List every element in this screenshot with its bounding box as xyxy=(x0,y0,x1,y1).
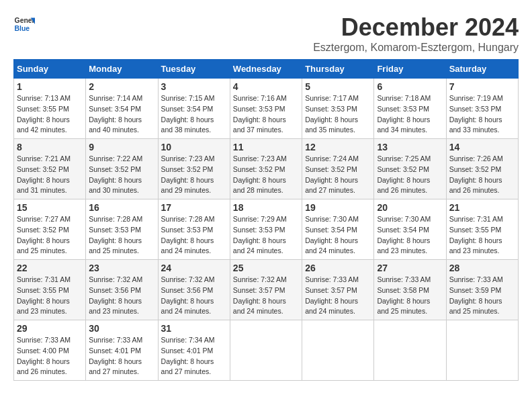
day-cell-6: 6 Sunrise: 7:18 AM Sunset: 3:53 PM Dayli… xyxy=(374,79,446,139)
day-info: Sunrise: 7:24 AM Sunset: 3:52 PM Dayligh… xyxy=(305,154,359,194)
day-cell-9: 9 Sunrise: 7:22 AM Sunset: 3:52 PM Dayli… xyxy=(86,139,158,199)
title-area: December 2024 Esztergom, Komarom-Eszterg… xyxy=(313,13,519,54)
day-number: 15 xyxy=(17,202,83,213)
day-number: 24 xyxy=(161,263,227,273)
day-cell-3: 3 Sunrise: 7:15 AM Sunset: 3:54 PM Dayli… xyxy=(158,79,230,139)
day-cell-27: 27 Sunrise: 7:33 AM Sunset: 3:58 PM Dayl… xyxy=(374,260,446,320)
day-cell-30: 30 Sunrise: 7:33 AM Sunset: 4:01 PM Dayl… xyxy=(86,320,158,381)
day-cell-23: 23 Sunrise: 7:32 AM Sunset: 3:56 PM Dayl… xyxy=(86,260,158,320)
day-info: Sunrise: 7:27 AM Sunset: 3:52 PM Dayligh… xyxy=(17,215,71,255)
empty-cell xyxy=(374,320,446,381)
day-number: 5 xyxy=(305,81,371,92)
day-number: 17 xyxy=(161,202,227,213)
weekday-monday: Monday xyxy=(86,60,158,79)
day-info: Sunrise: 7:25 AM Sunset: 3:52 PM Dayligh… xyxy=(377,154,431,194)
calendar-body: 1 Sunrise: 7:13 AM Sunset: 3:55 PM Dayli… xyxy=(14,79,519,381)
day-number: 6 xyxy=(377,81,443,92)
day-number: 25 xyxy=(233,263,299,273)
day-number: 3 xyxy=(161,81,227,92)
day-cell-2: 2 Sunrise: 7:14 AM Sunset: 3:54 PM Dayli… xyxy=(86,79,158,139)
day-number: 20 xyxy=(377,202,443,213)
calendar-week-3: 15 Sunrise: 7:27 AM Sunset: 3:52 PM Dayl… xyxy=(14,199,519,260)
day-number: 9 xyxy=(89,142,154,152)
day-number: 11 xyxy=(233,142,299,152)
weekday-sunday: Sunday xyxy=(14,60,86,79)
day-info: Sunrise: 7:17 AM Sunset: 3:53 PM Dayligh… xyxy=(305,94,359,134)
day-cell-10: 10 Sunrise: 7:23 AM Sunset: 3:52 PM Dayl… xyxy=(158,139,230,199)
day-info: Sunrise: 7:32 AM Sunset: 3:56 PM Dayligh… xyxy=(161,275,215,315)
day-cell-28: 28 Sunrise: 7:33 AM Sunset: 3:59 PM Dayl… xyxy=(446,260,518,320)
day-number: 14 xyxy=(449,142,515,152)
day-cell-11: 11 Sunrise: 7:23 AM Sunset: 3:52 PM Dayl… xyxy=(230,139,302,199)
day-info: Sunrise: 7:28 AM Sunset: 3:53 PM Dayligh… xyxy=(161,215,215,255)
day-number: 13 xyxy=(377,142,443,152)
day-number: 7 xyxy=(449,81,515,92)
day-cell-22: 22 Sunrise: 7:31 AM Sunset: 3:55 PM Dayl… xyxy=(14,260,86,320)
day-number: 2 xyxy=(89,81,154,92)
calendar-week-5: 29 Sunrise: 7:33 AM Sunset: 4:00 PM Dayl… xyxy=(14,320,519,381)
day-info: Sunrise: 7:33 AM Sunset: 3:58 PM Dayligh… xyxy=(377,275,431,315)
day-info: Sunrise: 7:26 AM Sunset: 3:52 PM Dayligh… xyxy=(449,154,503,194)
weekday-saturday: Saturday xyxy=(446,60,518,79)
calendar-week-1: 1 Sunrise: 7:13 AM Sunset: 3:55 PM Dayli… xyxy=(14,79,519,139)
day-info: Sunrise: 7:14 AM Sunset: 3:54 PM Dayligh… xyxy=(89,94,142,134)
day-cell-29: 29 Sunrise: 7:33 AM Sunset: 4:00 PM Dayl… xyxy=(14,320,86,381)
day-info: Sunrise: 7:32 AM Sunset: 3:56 PM Dayligh… xyxy=(89,275,142,315)
day-cell-25: 25 Sunrise: 7:32 AM Sunset: 3:57 PM Dayl… xyxy=(230,260,302,320)
day-info: Sunrise: 7:23 AM Sunset: 3:52 PM Dayligh… xyxy=(161,154,215,194)
day-number: 28 xyxy=(449,263,515,273)
day-info: Sunrise: 7:13 AM Sunset: 3:55 PM Dayligh… xyxy=(17,94,71,134)
day-cell-18: 18 Sunrise: 7:29 AM Sunset: 3:53 PM Dayl… xyxy=(230,199,302,260)
day-info: Sunrise: 7:30 AM Sunset: 3:54 PM Dayligh… xyxy=(305,215,359,255)
day-number: 29 xyxy=(17,323,83,334)
calendar-table: SundayMondayTuesdayWednesdayThursdayFrid… xyxy=(13,59,519,381)
weekday-friday: Friday xyxy=(374,60,446,79)
day-cell-13: 13 Sunrise: 7:25 AM Sunset: 3:52 PM Dayl… xyxy=(374,139,446,199)
day-number: 1 xyxy=(17,81,83,92)
day-number: 22 xyxy=(17,263,83,273)
day-cell-31: 31 Sunrise: 7:34 AM Sunset: 4:01 PM Dayl… xyxy=(158,320,230,381)
day-info: Sunrise: 7:28 AM Sunset: 3:53 PM Dayligh… xyxy=(89,215,142,255)
weekday-header-row: SundayMondayTuesdayWednesdayThursdayFrid… xyxy=(14,60,519,79)
day-number: 18 xyxy=(233,202,299,213)
logo-icon: General Blue xyxy=(13,13,35,35)
day-info: Sunrise: 7:33 AM Sunset: 3:59 PM Dayligh… xyxy=(449,275,503,315)
day-cell-16: 16 Sunrise: 7:28 AM Sunset: 3:53 PM Dayl… xyxy=(86,199,158,260)
day-cell-17: 17 Sunrise: 7:28 AM Sunset: 3:53 PM Dayl… xyxy=(158,199,230,260)
day-info: Sunrise: 7:21 AM Sunset: 3:52 PM Dayligh… xyxy=(17,154,71,194)
day-cell-1: 1 Sunrise: 7:13 AM Sunset: 3:55 PM Dayli… xyxy=(14,79,86,139)
day-number: 8 xyxy=(17,142,83,152)
header: General Blue December 2024 Esztergom, Ko… xyxy=(13,13,519,54)
day-cell-20: 20 Sunrise: 7:30 AM Sunset: 3:54 PM Dayl… xyxy=(374,199,446,260)
day-cell-26: 26 Sunrise: 7:33 AM Sunset: 3:57 PM Dayl… xyxy=(302,260,374,320)
day-cell-24: 24 Sunrise: 7:32 AM Sunset: 3:56 PM Dayl… xyxy=(158,260,230,320)
day-info: Sunrise: 7:33 AM Sunset: 3:57 PM Dayligh… xyxy=(305,275,359,315)
day-info: Sunrise: 7:30 AM Sunset: 3:54 PM Dayligh… xyxy=(377,215,431,255)
logo: General Blue xyxy=(13,13,35,35)
day-number: 31 xyxy=(161,323,227,334)
day-cell-7: 7 Sunrise: 7:19 AM Sunset: 3:53 PM Dayli… xyxy=(446,79,518,139)
empty-cell xyxy=(230,320,302,381)
day-cell-14: 14 Sunrise: 7:26 AM Sunset: 3:52 PM Dayl… xyxy=(446,139,518,199)
day-cell-12: 12 Sunrise: 7:24 AM Sunset: 3:52 PM Dayl… xyxy=(302,139,374,199)
day-cell-21: 21 Sunrise: 7:31 AM Sunset: 3:55 PM Dayl… xyxy=(446,199,518,260)
calendar-week-2: 8 Sunrise: 7:21 AM Sunset: 3:52 PM Dayli… xyxy=(14,139,519,199)
day-info: Sunrise: 7:22 AM Sunset: 3:52 PM Dayligh… xyxy=(89,154,142,194)
day-cell-4: 4 Sunrise: 7:16 AM Sunset: 3:53 PM Dayli… xyxy=(230,79,302,139)
weekday-thursday: Thursday xyxy=(302,60,374,79)
day-number: 19 xyxy=(305,202,371,213)
day-number: 12 xyxy=(305,142,371,152)
month-title: December 2024 xyxy=(313,13,519,42)
location-title: Esztergom, Komarom-Esztergom, Hungary xyxy=(313,42,519,54)
weekday-wednesday: Wednesday xyxy=(230,60,302,79)
empty-cell xyxy=(302,320,374,381)
day-number: 26 xyxy=(305,263,371,273)
day-number: 23 xyxy=(89,263,154,273)
day-info: Sunrise: 7:31 AM Sunset: 3:55 PM Dayligh… xyxy=(449,215,503,255)
day-info: Sunrise: 7:23 AM Sunset: 3:52 PM Dayligh… xyxy=(233,154,287,194)
day-info: Sunrise: 7:32 AM Sunset: 3:57 PM Dayligh… xyxy=(233,275,287,315)
day-info: Sunrise: 7:33 AM Sunset: 4:01 PM Dayligh… xyxy=(89,336,142,375)
day-info: Sunrise: 7:19 AM Sunset: 3:53 PM Dayligh… xyxy=(449,94,503,134)
day-info: Sunrise: 7:16 AM Sunset: 3:53 PM Dayligh… xyxy=(233,94,287,134)
day-cell-8: 8 Sunrise: 7:21 AM Sunset: 3:52 PM Dayli… xyxy=(14,139,86,199)
